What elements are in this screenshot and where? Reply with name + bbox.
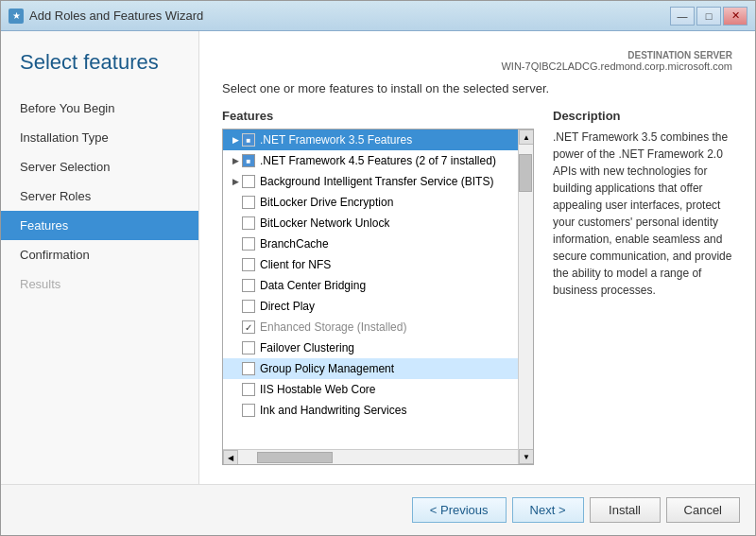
- feature-item-bits[interactable]: ▶ Background Intelligent Transfer Servic…: [223, 171, 533, 192]
- feature-item-net35[interactable]: ▶ ■ .NET Framework 3.5 Features: [223, 130, 533, 150]
- sidebar-item-features[interactable]: Features: [1, 211, 198, 240]
- expand-arrow-bitlocker-unlock: [229, 216, 242, 230]
- feature-item-ink[interactable]: Ink and Handwriting Services: [223, 400, 533, 421]
- h-scroll-thumb[interactable]: [257, 452, 333, 463]
- scroll-track[interactable]: [519, 145, 533, 449]
- feature-name-bitlocker-unlock: BitLocker Network Unlock: [260, 216, 389, 230]
- checkbox-gpo[interactable]: [242, 362, 255, 375]
- h-scroll-track[interactable]: [238, 450, 518, 464]
- destination-server-label: DESTINATION SERVER: [222, 50, 732, 61]
- next-button[interactable]: Next >: [512, 497, 584, 523]
- feature-name-branchcache: BranchCache: [260, 237, 329, 251]
- window-icon: ★: [9, 9, 24, 24]
- scroll-thumb[interactable]: [519, 154, 532, 192]
- feature-name-directplay: Direct Play: [260, 300, 315, 313]
- close-button[interactable]: ✕: [723, 7, 747, 26]
- checkbox-directplay[interactable]: [242, 300, 255, 313]
- expand-arrow-bitlocker: [229, 196, 242, 209]
- destination-server-info: DESTINATION SERVER WIN-7QIBC2LADCG.redmo…: [222, 50, 732, 72]
- feature-item-bitlocker-unlock[interactable]: BitLocker Network Unlock: [223, 213, 533, 233]
- destination-server-value: WIN-7QIBC2LADCG.redmond.corp.microsoft.c…: [501, 61, 732, 72]
- sidebar-item-before-you-begin[interactable]: Before You Begin: [1, 94, 198, 123]
- feature-item-dcb[interactable]: Data Center Bridging: [223, 275, 533, 296]
- sidebar-item-server-selection[interactable]: Server Selection: [1, 152, 198, 182]
- features-list[interactable]: ▶ ■ .NET Framework 3.5 Features ▶ ■ .NET…: [223, 130, 533, 449]
- feature-name-enhanced-storage: Enhanced Storage (Installed): [260, 320, 406, 334]
- page-description: Select one or more features to install o…: [222, 81, 732, 95]
- content-area: Select features Before You Begin Install…: [1, 31, 755, 484]
- sidebar-title: Select features: [1, 50, 198, 94]
- checkbox-client-nfs[interactable]: [242, 258, 255, 271]
- expand-arrow-dcb: [229, 279, 242, 292]
- description-panel: Description .NET Framework 3.5 combines …: [553, 109, 732, 465]
- checkbox-failover[interactable]: [242, 341, 255, 354]
- previous-button[interactable]: < Previous: [412, 497, 507, 523]
- checkbox-bitlocker-unlock[interactable]: [242, 216, 255, 230]
- feature-item-directplay[interactable]: Direct Play: [223, 296, 533, 317]
- features-panel: Features ▶ ■ .NET Framework 3.5 Features: [222, 109, 534, 465]
- scroll-left-button[interactable]: ◀: [223, 450, 238, 465]
- expand-arrow-directplay: [229, 300, 242, 313]
- horizontal-scrollbar[interactable]: ◀ ▶: [223, 449, 533, 464]
- feature-name-client-nfs: Client for NFS: [260, 258, 331, 271]
- feature-item-iis-hostable[interactable]: IIS Hostable Web Core: [223, 379, 533, 400]
- titlebar-left: ★ Add Roles and Features Wizard: [9, 9, 203, 24]
- feature-item-bitlocker[interactable]: BitLocker Drive Encryption: [223, 192, 533, 213]
- feature-name-bits: Background Intelligent Transfer Service …: [260, 175, 493, 188]
- feature-item-client-nfs[interactable]: Client for NFS: [223, 254, 533, 275]
- features-list-container[interactable]: ▶ ■ .NET Framework 3.5 Features ▶ ■ .NET…: [222, 129, 534, 465]
- cancel-button[interactable]: Cancel: [666, 497, 740, 523]
- checkbox-iis-hostable[interactable]: [242, 383, 255, 396]
- minimize-button[interactable]: —: [670, 7, 695, 26]
- expand-arrow-gpo: [229, 362, 242, 375]
- expand-arrow-bits[interactable]: ▶: [229, 175, 242, 188]
- titlebar-controls: — □ ✕: [670, 7, 747, 26]
- sidebar-item-installation-type[interactable]: Installation Type: [1, 123, 198, 152]
- feature-item-enhanced-storage[interactable]: ✓ Enhanced Storage (Installed): [223, 317, 533, 337]
- sidebar-item-server-roles[interactable]: Server Roles: [1, 182, 198, 211]
- expand-arrow-ink: [229, 404, 242, 417]
- checkbox-bitlocker[interactable]: [242, 196, 255, 209]
- checkbox-bits[interactable]: [242, 175, 255, 188]
- install-button[interactable]: Install: [590, 497, 661, 523]
- main-content: DESTINATION SERVER WIN-7QIBC2LADCG.redmo…: [199, 31, 755, 484]
- footer: < Previous Next > Install Cancel: [1, 484, 755, 535]
- feature-name-net35: .NET Framework 3.5 Features: [260, 133, 412, 147]
- expand-arrow-iis-hostable: [229, 383, 242, 396]
- feature-name-iis-hostable: IIS Hostable Web Core: [260, 383, 376, 396]
- checkbox-branchcache[interactable]: [242, 237, 255, 251]
- feature-name-gpo: Group Policy Management: [260, 362, 394, 375]
- expand-arrow-net35[interactable]: ▶: [229, 133, 242, 147]
- feature-name-bitlocker: BitLocker Drive Encryption: [260, 196, 393, 209]
- titlebar: ★ Add Roles and Features Wizard — □ ✕: [1, 1, 755, 31]
- feature-item-gpo[interactable]: Group Policy Management: [223, 358, 533, 379]
- description-label: Description: [553, 109, 732, 123]
- feature-item-net45[interactable]: ▶ ■ .NET Framework 4.5 Features (2 of 7 …: [223, 150, 533, 171]
- checkbox-net35[interactable]: ■: [242, 133, 255, 147]
- feature-item-failover[interactable]: Failover Clustering: [223, 337, 533, 358]
- expand-arrow-net45[interactable]: ▶: [229, 154, 242, 167]
- checkbox-net45[interactable]: ■: [242, 154, 255, 167]
- checkbox-enhanced-storage[interactable]: ✓: [242, 320, 255, 334]
- two-column-layout: Features ▶ ■ .NET Framework 3.5 Features: [222, 109, 732, 465]
- features-label: Features: [222, 109, 534, 123]
- expand-arrow-failover: [229, 341, 242, 354]
- sidebar: Select features Before You Begin Install…: [1, 31, 199, 484]
- feature-name-net45: .NET Framework 4.5 Features (2 of 7 inst…: [260, 154, 496, 167]
- scroll-down-button[interactable]: ▼: [519, 449, 534, 464]
- feature-name-failover: Failover Clustering: [260, 341, 354, 354]
- scroll-up-button[interactable]: ▲: [519, 130, 534, 145]
- main-window: ★ Add Roles and Features Wizard — □ ✕ Se…: [0, 0, 756, 536]
- sidebar-item-confirmation[interactable]: Confirmation: [1, 240, 198, 269]
- maximize-button[interactable]: □: [696, 7, 721, 26]
- vertical-scrollbar[interactable]: ▲ ▼: [518, 130, 533, 464]
- expand-arrow-branchcache: [229, 237, 242, 251]
- description-text: .NET Framework 3.5 combines the power of…: [553, 129, 732, 299]
- expand-arrow-client-nfs: [229, 258, 242, 271]
- expand-arrow-enhanced-storage: [229, 320, 242, 334]
- feature-name-ink: Ink and Handwriting Services: [260, 404, 406, 417]
- sidebar-item-results: Results: [1, 269, 198, 299]
- checkbox-ink[interactable]: [242, 404, 255, 417]
- checkbox-dcb[interactable]: [242, 279, 255, 292]
- feature-item-branchcache[interactable]: BranchCache: [223, 233, 533, 254]
